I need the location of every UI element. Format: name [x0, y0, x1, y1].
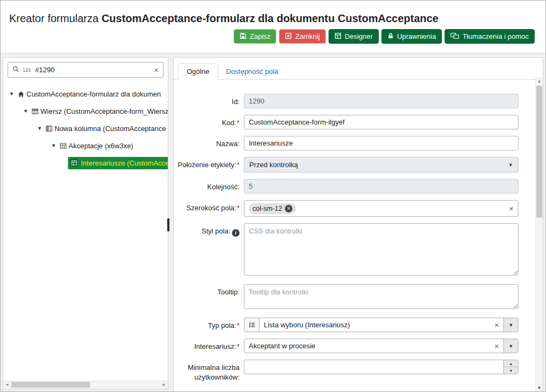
required-mark: * — [237, 342, 240, 350]
label-position-select[interactable]: Przed kontrolką ▼ — [244, 157, 518, 173]
chevron-down-icon: ▼ — [509, 343, 514, 349]
tree-item-label: Interesariusze (CustomAcce — [81, 159, 168, 167]
field-type-dropdown-button[interactable]: ▼ — [503, 318, 518, 332]
scroll-right-icon[interactable]: ► — [160, 381, 168, 388]
tree-item-row[interactable]: ▼ Wiersz (CustomAcceptance-form_Wiersz — [3, 102, 168, 120]
tree-item-field-selected[interactable]: Interesariusze (CustomAcce — [3, 154, 168, 171]
tree-expander-icon[interactable]: ▼ — [8, 91, 16, 97]
form-row-field-type: Typ pola:* Lista wyboru (Interesariusz) … — [176, 318, 518, 332]
field-properties-form: Id: Kod:* Nazwa: Położenie etykiety:* Pr… — [174, 80, 535, 391]
required-mark: * — [237, 204, 240, 212]
stakeholder-select[interactable]: Akceptant w procesie × ▼ — [244, 339, 518, 353]
info-icon[interactable]: i — [232, 229, 240, 237]
translations-help-button-label: Tłumaczenia i pomoc — [462, 32, 529, 40]
translate-icon — [451, 32, 459, 41]
translations-help-button[interactable]: Tłumaczenia i pomoc — [445, 29, 535, 44]
required-mark: * — [237, 119, 240, 127]
id-label: Id: — [176, 94, 240, 108]
field-type-select[interactable]: Lista wyboru (Interesariusz) × ▼ — [244, 318, 518, 332]
field-properties-panel: Ogólne Dostępność pola Id: Kod:* Nazwa: … — [173, 57, 543, 391]
min-users-input[interactable] — [249, 362, 499, 372]
tree-search-box: 123 × — [8, 62, 163, 78]
tab-field-availability[interactable]: Dostępność pola — [218, 64, 286, 79]
save-button[interactable]: Zapisz — [234, 29, 276, 44]
label-position-value: Przed kontrolką — [249, 161, 508, 169]
designer-icon — [335, 32, 342, 41]
search-icon — [12, 65, 19, 75]
scroll-left-icon[interactable]: ◄ — [3, 381, 11, 388]
form-structure-panel: 123 × ▼ CustomAcceptance-formularz dla d… — [3, 57, 168, 389]
field-type-clear-icon[interactable]: × — [494, 321, 499, 329]
chevron-down-icon: ▼ — [508, 162, 513, 168]
tree-expander-icon[interactable]: ▼ — [50, 143, 58, 148]
form-vertical-scrollbar[interactable]: ▲ ▼ — [535, 77, 543, 391]
field-width-clear-icon[interactable]: × — [509, 204, 514, 212]
code-input[interactable] — [244, 115, 518, 129]
vertical-scroll-thumb[interactable] — [536, 86, 542, 218]
table-icon — [58, 142, 69, 149]
form-row-order: Kolejność: — [176, 179, 518, 194]
tree-item-label: Wiersz (CustomAcceptance-form_Wiersz — [40, 107, 168, 115]
stepper-up-icon[interactable]: ▲ — [504, 360, 518, 367]
required-mark: * — [237, 321, 240, 329]
search-clear-icon[interactable]: × — [154, 66, 159, 74]
field-width-input[interactable]: col-sm-12 × × — [244, 200, 518, 217]
field-icon — [70, 159, 78, 167]
selected-node[interactable]: Interesariusze (CustomAcce — [68, 157, 168, 169]
page-title: Kreator formularza CustomAcceptance-form… — [9, 12, 439, 25]
name-input[interactable] — [244, 136, 518, 150]
tree-expander-icon[interactable]: ▼ — [36, 126, 44, 131]
tab-general[interactable]: Ogólne — [178, 63, 218, 80]
form-row-stakeholder: Interesariusz:* Akceptant w procesie × ▼ — [176, 339, 518, 353]
form-row-field-width: Szerokość pola:* col-sm-12 × × — [176, 200, 518, 217]
order-input — [244, 179, 518, 194]
close-button-label: Zamknij — [295, 32, 320, 40]
name-label: Nazwa: — [176, 136, 240, 150]
code-label: Kod:* — [176, 115, 240, 129]
tree-expander-icon[interactable]: ▼ — [22, 108, 30, 114]
tab-bar: Ogólne Dostępność pola — [174, 61, 535, 80]
number-stepper: ▲ ▼ — [503, 360, 518, 374]
remove-tag-icon[interactable]: × — [285, 205, 292, 212]
list-type-icon[interactable] — [244, 318, 260, 332]
scroll-up-icon[interactable]: ▲ — [536, 77, 543, 85]
stakeholder-dropdown-button[interactable]: ▼ — [503, 339, 518, 353]
tree-item-group[interactable]: ▼ Akceptacje (x6w3xe) — [3, 137, 168, 154]
width-tag-label: col-sm-12 — [252, 205, 282, 212]
width-tag: col-sm-12 × — [249, 203, 296, 214]
form-row-field-style: Styl pola:i — [176, 223, 518, 278]
scroll-down-icon[interactable]: ▼ — [536, 384, 543, 391]
designer-button[interactable]: Designer — [329, 29, 379, 44]
home-icon — [16, 91, 26, 98]
stakeholder-clear-icon[interactable]: × — [494, 342, 499, 350]
form-row-name: Nazwa: — [176, 136, 518, 150]
tree-horizontal-scrollbar[interactable]: ◄ ► — [3, 381, 168, 389]
save-button-label: Zapisz — [250, 32, 270, 40]
tree-item-root[interactable]: ▼ CustomAcceptance-formularz dla dokumen — [3, 85, 168, 102]
header: Kreator formularza CustomAcceptance-form… — [1, 1, 545, 53]
permissions-button[interactable]: Uprawnienia — [381, 29, 442, 44]
field-width-label: Szerokość pola:* — [176, 200, 240, 217]
permissions-button-label: Uprawnienia — [397, 32, 436, 40]
tooltip-textarea[interactable] — [244, 284, 518, 309]
page-title-prefix: Kreator formularza — [9, 12, 101, 24]
form-tree: ▼ CustomAcceptance-formularz dla dokumen… — [3, 82, 168, 171]
tree-item-label: Nowa kolumna (CustomAcceptance — [54, 125, 166, 133]
horizontal-scroll-thumb[interactable] — [11, 382, 90, 388]
stakeholder-label: Interesariusz:* — [176, 339, 240, 353]
chevron-down-icon: ▼ — [509, 322, 514, 328]
tree-search-input[interactable] — [34, 65, 151, 74]
form-row-id: Id: — [176, 94, 518, 108]
field-style-textarea[interactable] — [244, 223, 518, 276]
tree-item-label: Akceptacje (x6w3xe) — [69, 142, 133, 150]
tree-item-column[interactable]: ▼ Nowa kolumna (CustomAcceptance — [3, 120, 168, 137]
stepper-down-icon[interactable]: ▼ — [504, 367, 518, 374]
form-row-code: Kod:* — [176, 115, 518, 129]
close-icon — [285, 32, 292, 41]
field-style-label: Styl pola:i — [176, 223, 240, 278]
min-users-label: Minimalna liczba użytkowników: — [176, 360, 240, 382]
close-button[interactable]: Zamknij — [279, 29, 326, 44]
id-input — [244, 94, 518, 108]
panel-splitter[interactable] — [167, 218, 169, 231]
search-mode-label: 123 — [23, 67, 31, 73]
